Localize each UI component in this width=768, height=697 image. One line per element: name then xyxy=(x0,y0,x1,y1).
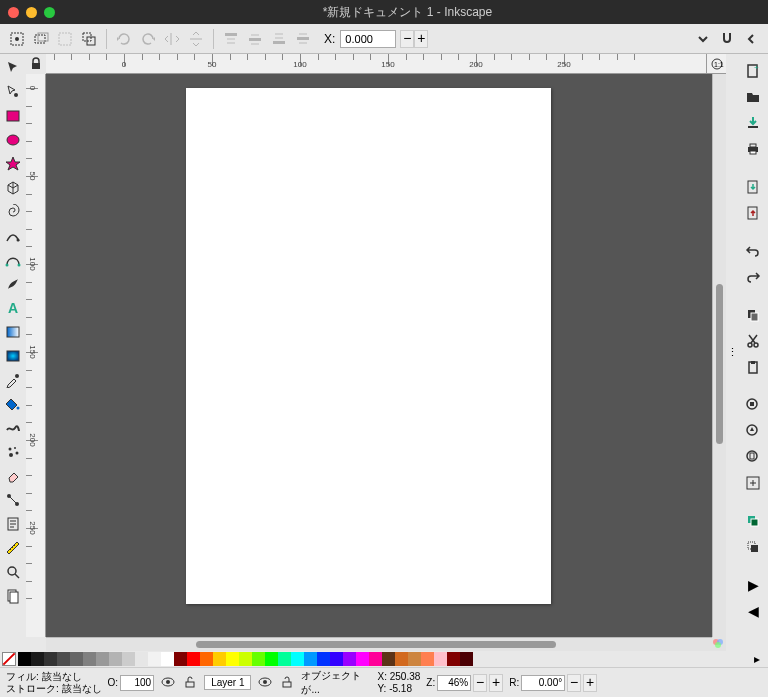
bezier-tool[interactable] xyxy=(2,249,24,271)
rotation-inc-button[interactable]: + xyxy=(583,674,597,692)
paintbucket-tool[interactable] xyxy=(2,393,24,415)
zoom-center-button[interactable] xyxy=(742,472,764,494)
layer-lock-icon[interactable] xyxy=(182,674,198,692)
duplicate-button[interactable] xyxy=(742,510,764,532)
color-swatch[interactable] xyxy=(408,652,421,666)
spray-tool[interactable] xyxy=(2,441,24,463)
zoom-in-button[interactable]: + xyxy=(489,674,503,692)
connector-tool[interactable] xyxy=(2,489,24,511)
redo-button[interactable] xyxy=(742,266,764,288)
vertical-ruler[interactable]: 050100150200250 xyxy=(26,74,46,637)
clone-button[interactable] xyxy=(742,536,764,558)
color-swatch[interactable] xyxy=(304,652,317,666)
toggle-select-button[interactable] xyxy=(78,28,100,50)
select-layer-button[interactable] xyxy=(30,28,52,50)
color-swatch[interactable] xyxy=(226,652,239,666)
color-swatch[interactable] xyxy=(187,652,200,666)
paste-button[interactable] xyxy=(742,356,764,378)
rotate-cw-button[interactable] xyxy=(137,28,159,50)
new-doc-button[interactable]: + xyxy=(742,60,764,82)
rotate-ccw-button[interactable] xyxy=(113,28,135,50)
color-swatch[interactable] xyxy=(460,652,473,666)
horizontal-scrollbar[interactable] xyxy=(46,637,712,651)
cut-button[interactable] xyxy=(742,330,764,352)
zoom-page-button[interactable] xyxy=(742,446,764,468)
color-swatch[interactable] xyxy=(18,652,31,666)
color-swatch[interactable] xyxy=(200,652,213,666)
3dbox-tool[interactable] xyxy=(2,177,24,199)
import-button[interactable] xyxy=(742,176,764,198)
color-swatch[interactable] xyxy=(317,652,330,666)
no-fill-swatch[interactable] xyxy=(2,652,16,666)
color-swatch[interactable] xyxy=(395,652,408,666)
x-increment-button[interactable]: + xyxy=(414,30,428,48)
copy-button[interactable] xyxy=(742,304,764,326)
tweak-tool[interactable] xyxy=(2,417,24,439)
rotation-input[interactable] xyxy=(521,675,565,691)
lower-button[interactable] xyxy=(268,28,290,50)
export-button[interactable] xyxy=(742,202,764,224)
ellipse-tool[interactable] xyxy=(2,129,24,151)
stroke-value[interactable]: 該当なし xyxy=(62,683,102,694)
layer-visibility-icon[interactable] xyxy=(160,674,176,692)
zoom-input[interactable] xyxy=(437,675,471,691)
collapse-button[interactable]: ◀ xyxy=(742,600,764,622)
layer-eye-icon[interactable] xyxy=(257,674,273,692)
color-swatch[interactable] xyxy=(31,652,44,666)
zoom-drawing-button[interactable] xyxy=(742,420,764,442)
color-swatch[interactable] xyxy=(291,652,304,666)
x-decrement-button[interactable]: − xyxy=(400,30,414,48)
star-tool[interactable] xyxy=(2,153,24,175)
dock-handle[interactable]: ⋮ xyxy=(726,54,738,651)
color-swatch[interactable] xyxy=(122,652,135,666)
undo-button[interactable] xyxy=(742,240,764,262)
color-swatch[interactable] xyxy=(83,652,96,666)
color-swatch[interactable] xyxy=(174,652,187,666)
color-swatch[interactable] xyxy=(356,652,369,666)
zoom-out-button[interactable]: − xyxy=(473,674,487,692)
color-swatch[interactable] xyxy=(252,652,265,666)
spiral-tool[interactable] xyxy=(2,201,24,223)
color-swatch[interactable] xyxy=(330,652,343,666)
flip-h-button[interactable] xyxy=(161,28,183,50)
option-dropdown-button[interactable] xyxy=(692,28,714,50)
color-swatch[interactable] xyxy=(135,652,148,666)
color-swatch[interactable] xyxy=(109,652,122,666)
canvas[interactable] xyxy=(46,74,712,637)
color-swatch[interactable] xyxy=(148,652,161,666)
color-swatch[interactable] xyxy=(213,652,226,666)
maximize-window-button[interactable] xyxy=(44,7,55,18)
print-button[interactable] xyxy=(742,138,764,160)
layer-unlock-icon[interactable] xyxy=(279,674,295,692)
raise-button[interactable] xyxy=(244,28,266,50)
lower-bottom-button[interactable] xyxy=(292,28,314,50)
color-swatch[interactable] xyxy=(434,652,447,666)
raise-top-button[interactable] xyxy=(220,28,242,50)
color-swatch[interactable] xyxy=(161,652,174,666)
color-swatch[interactable] xyxy=(382,652,395,666)
flip-v-button[interactable] xyxy=(185,28,207,50)
opacity-input[interactable] xyxy=(120,675,154,691)
zoom-tool[interactable] xyxy=(2,561,24,583)
save-button[interactable] xyxy=(742,112,764,134)
x-input[interactable] xyxy=(340,30,396,48)
snap-options-button[interactable] xyxy=(740,28,762,50)
color-swatch[interactable] xyxy=(239,652,252,666)
color-swatch[interactable] xyxy=(343,652,356,666)
text-tool[interactable]: A xyxy=(2,297,24,319)
measure-tool[interactable] xyxy=(2,537,24,559)
mesh-tool[interactable] xyxy=(2,345,24,367)
selector-tool[interactable] xyxy=(2,57,24,79)
color-swatch[interactable] xyxy=(70,652,83,666)
rotation-dec-button[interactable]: − xyxy=(567,674,581,692)
color-swatch[interactable] xyxy=(96,652,109,666)
color-swatch[interactable] xyxy=(447,652,460,666)
deselect-button[interactable] xyxy=(54,28,76,50)
pencil-tool[interactable] xyxy=(2,225,24,247)
lpe-tool[interactable] xyxy=(2,513,24,535)
node-tool[interactable] xyxy=(2,81,24,103)
color-swatch[interactable] xyxy=(278,652,291,666)
calligraphy-tool[interactable] xyxy=(2,273,24,295)
zoom-selection-button[interactable] xyxy=(742,394,764,416)
layer-selector[interactable]: Layer 1 xyxy=(204,675,251,690)
